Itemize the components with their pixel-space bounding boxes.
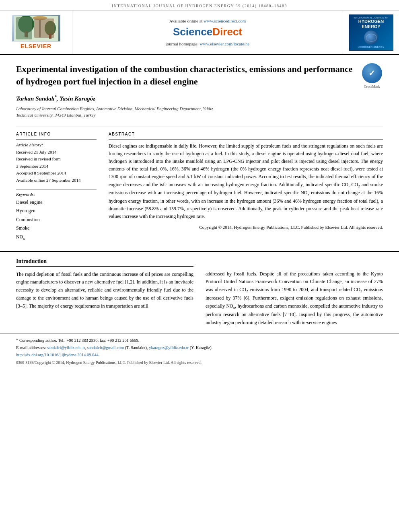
svg-rect-7 — [49, 34, 51, 39]
email-3[interactable]: ykaragoz@yildiz.edu.tr — [149, 345, 189, 350]
crossmark-area: CrossMark — [361, 63, 383, 88]
affiliation-line2: Technical University, 34349 Istanbul, Tu… — [16, 113, 96, 117]
svg-rect-2 — [25, 31, 28, 37]
svg-rect-0 — [14, 16, 58, 41]
introduction-section: Introduction The rapid depletion of foss… — [0, 252, 399, 333]
received-1: Received 21 July 2014 — [16, 149, 97, 156]
intro-col-left: Introduction The rapid depletion of foss… — [16, 258, 193, 327]
sciencedirect-area: Available online at www.sciencedirect.co… — [72, 11, 343, 54]
keyword-list: Diesel engine Hydrogen Combustion Smoke … — [16, 198, 97, 242]
affiliation-line1: Laboratory of Internal Combustion Engine… — [16, 106, 213, 111]
footer-section: * Corresponding author. Tel.: +90 212 38… — [0, 333, 399, 368]
received-2-date: 3 September 2014 — [16, 163, 97, 170]
article-history-title: Article history: — [16, 142, 97, 147]
authors: Tarkan Sandalı*, Yasin Karagöz — [16, 94, 353, 102]
elsevier-logo-img — [12, 15, 60, 41]
hydrogen-title-text: HYDROGEN ENERGY — [350, 19, 393, 29]
received-2: Received in revised form — [16, 156, 97, 163]
affiliation: Laboratory of Internal Combustion Engine… — [16, 105, 353, 119]
hydrogen-journal-logo-area: INTERNATIONAL JOURNAL OF HYDROGEN ENERGY… — [343, 11, 399, 54]
svg-point-6 — [45, 21, 56, 35]
journal-title-bar: INTERNATIONAL JOURNAL OF HYDROGEN ENERGY… — [112, 4, 287, 8]
keyword-3: Combustion — [16, 216, 97, 224]
abstract-body: Diesel engines are indispensable in dail… — [109, 143, 383, 220]
keyword-2: Hydrogen — [16, 207, 97, 216]
keyword-4: Smoke — [16, 224, 97, 233]
corresponding-author-text: * Corresponding author. Tel.: +90 212 38… — [16, 338, 139, 343]
copyright-text: Copyright © 2014, Hydrogen Energy Public… — [199, 225, 383, 230]
email-note: E-mail addresses: sandalci@yildiz.edu.tr… — [16, 344, 383, 351]
direct-part: Direct — [212, 26, 242, 38]
journal-homepage: journal homepage: www.elsevier.com/locat… — [166, 41, 250, 46]
sciencedirect-logo: ScienceDirect — [173, 26, 242, 38]
svg-point-1 — [18, 16, 34, 33]
hydrogen-sub: HYDROGEN ENERGY — [358, 46, 384, 48]
article-info-label: ARTICLE INFO — [16, 132, 97, 136]
corresponding-author-note: * Corresponding author. Tel.: +90 212 38… — [16, 337, 383, 344]
journal-url[interactable]: www.elsevier.com/locate/he — [200, 41, 250, 46]
email-1[interactable]: sandalci@yildiz.edu.tr — [47, 345, 85, 350]
page-header: ELSEVIER Available online at www.science… — [0, 11, 399, 55]
hydrogen-globe-icon — [364, 31, 378, 45]
copyright-note: Copyright © 2014, Hydrogen Energy Public… — [109, 224, 383, 231]
keyword-1: Diesel engine — [16, 198, 97, 207]
email-author1: (T. Sandalcı), — [125, 345, 149, 350]
crossmark-badge[interactable] — [362, 63, 382, 83]
science-part: Science — [173, 26, 212, 38]
elsevier-logo-area: ELSEVIER — [0, 11, 72, 54]
crossmark-text: CrossMark — [364, 84, 380, 88]
article-info-abstract: ARTICLE INFO Article history: Received 2… — [0, 127, 399, 247]
elsevier-text: ELSEVIER — [21, 43, 51, 49]
sciencedirect-url[interactable]: www.sciencedirect.com — [204, 18, 246, 23]
main-content: Introduction The rapid depletion of foss… — [0, 251, 399, 333]
email-author2: (Y. Karagöz). — [190, 345, 213, 350]
article-title-area: Experimental investigation of the combus… — [16, 63, 353, 123]
email-2[interactable]: sandalcit@gmail.com — [87, 345, 124, 350]
abstract-label: ABSTRACT — [109, 132, 383, 136]
doi-note: http://dx.doi.org/10.1016/j.ijhydene.201… — [16, 351, 383, 359]
available-online-text: Available online at www.sciencedirect.co… — [169, 18, 246, 23]
intro-col-right: addressed by fossil fuels. Despite all o… — [206, 258, 383, 327]
intro-text-right: addressed by fossil fuels. Despite all o… — [206, 270, 383, 327]
email-label: E-mail addresses: — [16, 345, 47, 350]
available-online: Available online 27 September 2014 — [16, 177, 97, 184]
author-name: Tarkan Sandalı*, Yasin Karagöz — [16, 95, 95, 102]
accepted: Accepted 8 September 2014 — [16, 170, 97, 177]
keywords-title: Keywords: — [16, 192, 97, 197]
doi-link[interactable]: http://dx.doi.org/10.1016/j.ijhydene.201… — [16, 353, 99, 357]
svg-rect-3 — [39, 18, 41, 37]
hydrogen-journal-logo: INTERNATIONAL JOURNAL OF HYDROGEN ENERGY… — [349, 14, 393, 51]
journal-bar: INTERNATIONAL JOURNAL OF HYDROGEN ENERGY… — [0, 0, 399, 11]
keywords-block: Keywords: Diesel engine Hydrogen Combust… — [16, 189, 97, 242]
elsevier-logo-svg — [14, 16, 58, 41]
intro-text-left: The rapid depletion of fossil fuels and … — [16, 271, 193, 310]
introduction-heading: Introduction — [16, 258, 193, 267]
abstract-text: Diesel engines are indispensable in dail… — [109, 140, 383, 231]
article-history-block: Article history: Received 21 July 2014 R… — [16, 140, 97, 184]
elsevier-logo: ELSEVIER — [12, 15, 60, 49]
abstract-col: ABSTRACT Diesel engines are indispensabl… — [109, 132, 383, 242]
issn-note: 0360-3199/Copyright © 2014, Hydrogen Ene… — [16, 360, 383, 365]
keyword-5: NOx — [16, 233, 97, 242]
article-main-title: Experimental investigation of the combus… — [16, 63, 353, 88]
article-title-section: Experimental investigation of the combus… — [0, 55, 399, 127]
article-info-col: ARTICLE INFO Article history: Received 2… — [16, 132, 97, 242]
